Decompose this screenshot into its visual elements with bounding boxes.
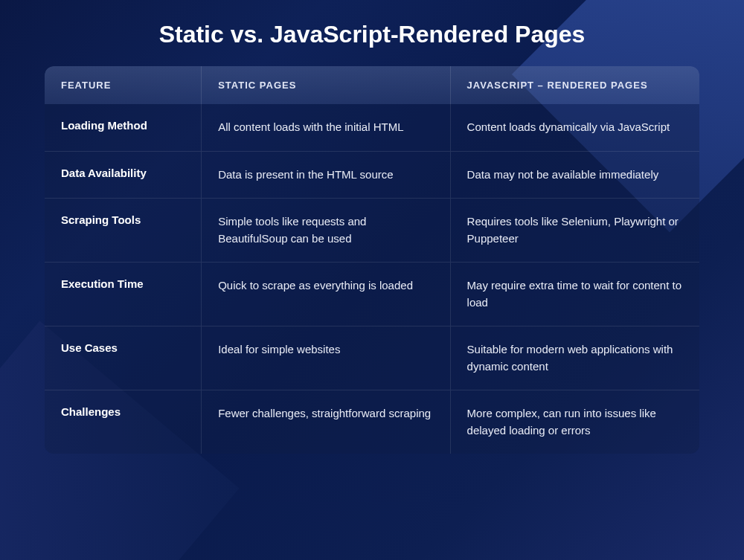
feature-label: Execution Time [45, 263, 202, 326]
feature-label: Challenges [45, 390, 202, 454]
table-header-row: FEATURE STATIC PAGES JAVASCRIPT – RENDER… [45, 66, 699, 104]
header-feature: FEATURE [45, 66, 202, 104]
static-cell: Quick to scrape as everything is loaded [202, 263, 450, 326]
static-cell: Fewer challenges, straightforward scrapi… [202, 390, 450, 454]
javascript-cell: Requires tools like Selenium, Playwright… [451, 199, 699, 262]
table-row: Loading Method All content loads with th… [45, 104, 699, 152]
feature-label: Scraping Tools [45, 199, 202, 262]
table-row: Challenges Fewer challenges, straightfor… [45, 390, 699, 454]
javascript-cell: May require extra time to wait for conte… [451, 263, 699, 326]
feature-label: Data Availability [45, 152, 202, 199]
main-container: Static vs. JavaScript-Rendered Pages FEA… [0, 0, 744, 474]
feature-label: Loading Method [45, 104, 202, 151]
table-row: Use Cases Ideal for simple websites Suit… [45, 326, 699, 390]
table-row: Data Availability Data is present in the… [45, 152, 699, 199]
table-row: Scraping Tools Simple tools like request… [45, 199, 699, 263]
header-static: STATIC PAGES [202, 66, 450, 104]
table-body: Loading Method All content loads with th… [45, 104, 699, 454]
feature-label: Use Cases [45, 326, 202, 390]
page-title: Static vs. JavaScript-Rendered Pages [45, 21, 699, 48]
static-cell: Simple tools like requests and Beautiful… [202, 199, 450, 262]
javascript-cell: Suitable for modern web applications wit… [451, 326, 699, 390]
javascript-cell: More complex, can run into issues like d… [451, 390, 699, 454]
static-cell: Data is present in the HTML source [202, 152, 450, 199]
comparison-table: FEATURE STATIC PAGES JAVASCRIPT – RENDER… [45, 66, 699, 454]
javascript-cell: Data may not be available immediately [451, 152, 699, 199]
static-cell: Ideal for simple websites [202, 326, 450, 390]
javascript-cell: Content loads dynamically via JavaScript [451, 104, 699, 151]
header-javascript: JAVASCRIPT – RENDERED PAGES [451, 66, 699, 104]
static-cell: All content loads with the initial HTML [202, 104, 450, 151]
table-row: Execution Time Quick to scrape as everyt… [45, 263, 699, 326]
